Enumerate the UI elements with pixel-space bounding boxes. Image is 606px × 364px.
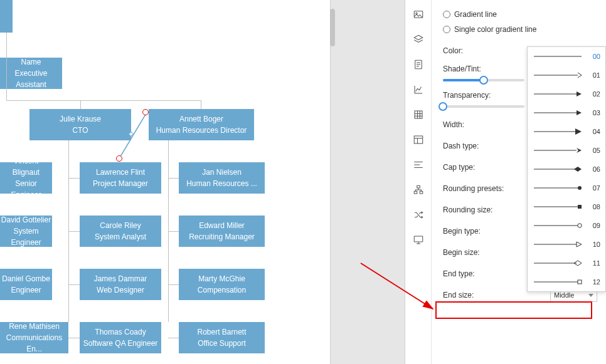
radio-input[interactable] xyxy=(443,26,450,33)
canvas[interactable]: Name Executive Assistant Julie Krause CT… xyxy=(0,0,330,364)
arrow-option[interactable]: 04 xyxy=(528,122,605,141)
properties-panel: Gradient line Single color gradient line… xyxy=(432,0,606,364)
arrow-option[interactable]: 06 xyxy=(528,160,605,179)
arrow-option[interactable]: 01 xyxy=(528,66,605,85)
shade-slider[interactable] xyxy=(443,79,524,81)
radio-label: Gradient line xyxy=(454,10,497,19)
arrow-option[interactable]: 12 xyxy=(528,273,605,291)
option-label: 01 xyxy=(593,71,600,79)
arrow-option[interactable]: 09 xyxy=(528,216,605,235)
svg-rect-21 xyxy=(414,236,423,242)
arrow-option[interactable]: 10 xyxy=(528,235,605,254)
option-label: 06 xyxy=(593,165,600,173)
node-subtitle: Software QA Engineer xyxy=(80,338,161,349)
align-icon[interactable] xyxy=(412,158,425,172)
option-label: 04 xyxy=(593,128,600,135)
arrow-option[interactable]: 00 xyxy=(528,47,605,66)
grid-icon[interactable] xyxy=(412,108,425,122)
node-title: Thomas Coady xyxy=(80,326,161,338)
org-node-cto[interactable]: Julie Krause CTO xyxy=(29,109,131,140)
org-node[interactable]: Lawrence Flint Project Manager xyxy=(80,162,161,194)
arrow-option[interactable]: 03 xyxy=(528,103,605,122)
node-subtitle: Compensation xyxy=(179,284,265,296)
layout-icon[interactable] xyxy=(412,133,425,147)
radio-gradient-line[interactable]: Gradient line xyxy=(443,10,597,19)
node-title: Marty McGhie xyxy=(179,273,265,284)
node-title: Julie Krause xyxy=(29,113,131,125)
svg-rect-32 xyxy=(578,205,582,209)
org-node[interactable]: Carole Riley System Analyst xyxy=(80,216,161,247)
svg-point-30 xyxy=(578,186,582,190)
org-node[interactable]: David Gottelier System Engineer xyxy=(0,216,52,247)
arrow-option[interactable]: 11 xyxy=(528,254,605,273)
shuffle-icon[interactable] xyxy=(412,208,425,222)
transparency-slider[interactable] xyxy=(443,105,524,108)
option-label: 03 xyxy=(593,109,600,117)
org-node[interactable]: Jan Nielsen Human Resources ... xyxy=(179,162,265,194)
org-node[interactable]: Rene Mathisen Communications En... xyxy=(0,322,68,353)
prop-label: End size: xyxy=(443,291,550,299)
arrow-option[interactable]: 07 xyxy=(528,179,605,197)
org-node[interactable]: Edward Miller Recruiting Manager xyxy=(179,216,265,247)
arrow-option[interactable]: 02 xyxy=(528,85,605,103)
arrow-option[interactable]: 08 xyxy=(528,197,605,216)
org-node-executive-assistant[interactable]: Name Executive Assistant xyxy=(0,58,62,89)
combo-value: Middle xyxy=(554,291,574,299)
note-icon[interactable] xyxy=(412,58,425,71)
node-title: Jan Nielsen xyxy=(179,167,265,178)
radio-input[interactable] xyxy=(443,11,450,18)
connection-endpoint-handle[interactable] xyxy=(116,155,122,162)
option-label: 07 xyxy=(593,184,600,192)
node-title: Carole Riley xyxy=(80,220,161,231)
chart-icon[interactable] xyxy=(412,83,425,96)
org-node[interactable]: Marty McGhie Compensation xyxy=(179,269,265,300)
node-subtitle: Executive Assistant xyxy=(0,68,62,90)
slider-knob[interactable] xyxy=(479,76,488,85)
node-subtitle: Engineer xyxy=(0,284,52,296)
org-node[interactable]: Vincent Blignaut Senior Engineer xyxy=(0,162,52,194)
node-subtitle: Human Resources Director xyxy=(149,125,254,136)
org-node[interactable]: James Dammar Web Designer xyxy=(80,269,161,300)
svg-rect-20 xyxy=(420,191,423,194)
radio-single-color-gradient[interactable]: Single color gradient line xyxy=(443,25,597,34)
node-subtitle: CTO xyxy=(29,125,131,136)
node-title: Lawrence Flint xyxy=(80,167,161,178)
svg-rect-7 xyxy=(415,111,422,118)
option-label: 05 xyxy=(593,147,600,154)
node-subtitle: Communications En... xyxy=(0,332,68,355)
org-icon[interactable] xyxy=(412,183,425,197)
node-subtitle: Web Designer xyxy=(80,284,161,296)
svg-rect-12 xyxy=(414,136,423,143)
slider-knob[interactable] xyxy=(439,102,447,111)
node-title: Robert Barnett xyxy=(179,326,265,338)
org-node[interactable]: Daniel Gombe Engineer xyxy=(0,269,52,300)
node-title: Edward Miller xyxy=(179,220,265,231)
org-node[interactable]: Robert Barnett Office Support xyxy=(179,322,265,353)
sidebar-icon-strip xyxy=(405,0,432,364)
svg-rect-19 xyxy=(414,191,417,194)
present-icon[interactable] xyxy=(412,233,425,247)
image-icon[interactable] xyxy=(412,8,425,21)
node-subtitle: System Analyst xyxy=(80,231,161,242)
arrow-option[interactable]: 05 xyxy=(528,141,605,160)
node-subtitle: Senior Engineer xyxy=(0,178,52,200)
org-node[interactable]: Thomas Coady Software QA Engineer xyxy=(80,322,161,353)
org-node-partial-top[interactable] xyxy=(0,0,13,33)
node-title: Daniel Gombe xyxy=(0,273,52,284)
node-title: Annett Boger xyxy=(149,113,254,125)
node-title: James Dammar xyxy=(80,273,161,284)
option-label: 02 xyxy=(593,90,600,98)
option-label: 11 xyxy=(593,259,600,267)
layers-icon[interactable] xyxy=(412,33,425,46)
scrollbar-thumb[interactable] xyxy=(330,9,335,46)
node-subtitle: System Engineer xyxy=(0,226,52,248)
node-title: Rene Mathisen xyxy=(0,321,68,332)
node-subtitle: Human Resources ... xyxy=(179,178,265,189)
org-node-hr-director[interactable]: Annett Boger Human Resources Director xyxy=(149,109,254,140)
arrow-style-popup: 00 01 02 03 04 05 06 07 08 09 10 11 12 xyxy=(527,46,606,292)
svg-point-34 xyxy=(578,224,582,227)
node-subtitle: Recruiting Manager xyxy=(179,231,265,242)
connection-endpoint-handle[interactable] xyxy=(142,109,149,115)
node-subtitle: Project Manager xyxy=(80,178,161,189)
option-label: 00 xyxy=(593,53,600,60)
